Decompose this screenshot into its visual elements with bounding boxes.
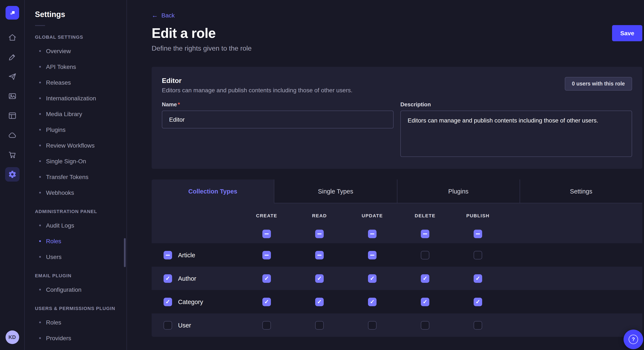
sidebar-section: ADMINISTRATION PANELAudit LogsRolesUsers: [25, 209, 126, 265]
user-read-checkbox[interactable]: [315, 321, 324, 329]
column-header-read: READ: [293, 213, 346, 218]
category-delete-checkbox[interactable]: [421, 298, 429, 306]
author-delete-checkbox[interactable]: [421, 274, 429, 283]
bullet-dot-icon: [39, 81, 41, 83]
user-update-checkbox[interactable]: [368, 321, 376, 329]
article-create-checkbox[interactable]: [262, 251, 271, 259]
sidebar-item-api-tokens[interactable]: API Tokens: [25, 59, 126, 74]
bullet-dot-icon: [39, 337, 41, 339]
author-create-checkbox[interactable]: [262, 274, 271, 283]
bullet-dot-icon: [39, 224, 41, 226]
sidebar-item-providers[interactable]: Providers: [25, 330, 126, 346]
category-publish-checkbox[interactable]: [474, 298, 482, 306]
select-all-update-checkbox[interactable]: [368, 230, 376, 238]
sidebar-item-label: Plugins: [46, 126, 66, 133]
home-icon[interactable]: [5, 30, 20, 45]
sidebar-section-label: USERS & PERMISSIONS PLUGIN: [25, 306, 126, 311]
sidebar-item-audit-logs[interactable]: Audit Logs: [25, 217, 126, 233]
sidebar-item-configuration[interactable]: Configuration: [25, 282, 126, 297]
tab-collection-types[interactable]: Collection Types: [152, 179, 274, 203]
permissions-table: CREATEREADUPDATEDELETEPUBLISH ArticleAut…: [152, 203, 642, 337]
sidebar-item-overview[interactable]: Overview: [25, 43, 126, 59]
save-button[interactable]: Save: [612, 25, 642, 41]
category-create-checkbox[interactable]: [262, 298, 271, 306]
media-library-icon[interactable]: [5, 89, 20, 103]
select-all-create-checkbox[interactable]: [262, 230, 271, 238]
bullet-dot-icon: [39, 240, 41, 242]
category-update-checkbox[interactable]: [368, 298, 376, 306]
permission-cell: [240, 274, 293, 283]
author-update-checkbox[interactable]: [368, 274, 376, 283]
sidebar-item-review-workflows[interactable]: Review Workflows: [25, 137, 126, 153]
app-layout: KD Settings GLOBAL SETTINGSOverviewAPI T…: [0, 0, 644, 350]
nav-rail: KD: [0, 0, 25, 350]
settings-sidebar: Settings GLOBAL SETTINGSOverviewAPI Toke…: [25, 0, 127, 350]
article-delete-checkbox[interactable]: [421, 251, 429, 259]
user-publish-checkbox[interactable]: [474, 321, 482, 329]
name-input[interactable]: [162, 111, 394, 128]
tab-plugins[interactable]: Plugins: [397, 179, 520, 203]
role-description-subheading: Editors can manage and publish contents …: [162, 87, 352, 94]
user-delete-checkbox[interactable]: [421, 321, 429, 329]
sidebar-section: EMAIL PLUGINConfiguration: [25, 273, 126, 297]
sidebar-item-label: Releases: [46, 79, 71, 86]
content-manager-icon[interactable]: [5, 108, 20, 123]
sidebar-item-media-library[interactable]: Media Library: [25, 106, 126, 122]
sidebar-item-label: API Tokens: [46, 63, 76, 70]
sidebar-item-webhooks[interactable]: Webhooks: [25, 184, 126, 200]
sidebar-item-single-sign-on[interactable]: Single Sign-On: [25, 153, 126, 169]
permission-cell: [399, 274, 452, 283]
sidebar-item-plugins[interactable]: Plugins: [25, 122, 126, 137]
sidebar-item-users[interactable]: Users: [25, 249, 126, 265]
sidebar-item-label: Roles: [46, 237, 61, 244]
article-read-checkbox[interactable]: [315, 251, 324, 259]
sidebar-item-roles[interactable]: Roles: [25, 314, 126, 330]
marketplace-icon[interactable]: [5, 148, 20, 162]
permission-cell: [346, 298, 399, 306]
deploy-icon[interactable]: [5, 69, 20, 84]
select-all-delete-checkbox[interactable]: [421, 230, 429, 238]
column-header-create: CREATE: [240, 213, 293, 218]
row-checkbox-category[interactable]: [164, 298, 172, 306]
row-checkbox-user[interactable]: [164, 321, 172, 329]
sidebar-item-label: Roles: [46, 319, 61, 326]
category-read-checkbox[interactable]: [315, 298, 324, 306]
row-checkbox-article[interactable]: [164, 251, 172, 259]
permissions-card: Collection TypesSingle TypesPluginsSetti…: [152, 179, 642, 337]
sidebar-section-label: EMAIL PLUGIN: [25, 273, 126, 278]
back-link[interactable]: ← Back: [152, 12, 175, 18]
sidebar-item-label: Single Sign-On: [46, 158, 86, 164]
author-publish-checkbox[interactable]: [474, 274, 482, 283]
content-type-builder-icon[interactable]: [5, 50, 20, 64]
bullet-dot-icon: [39, 50, 41, 52]
description-field: Description Editors can manage and publi…: [400, 101, 632, 159]
select-all-read-checkbox[interactable]: [315, 230, 324, 238]
permission-cell: [240, 321, 293, 329]
bullet-dot-icon: [39, 97, 41, 99]
user-create-checkbox[interactable]: [262, 321, 271, 329]
role-card-heading-block: Editor Editors can manage and publish co…: [162, 77, 352, 94]
sidebar-item-releases[interactable]: Releases: [25, 74, 126, 90]
help-button[interactable]: ?: [624, 330, 643, 349]
description-input[interactable]: Editors can manage and publish contents …: [400, 111, 632, 157]
strapi-logo[interactable]: [5, 6, 19, 19]
author-read-checkbox[interactable]: [315, 274, 324, 283]
back-arrow-icon: ←: [152, 12, 158, 18]
sidebar-item-internationalization[interactable]: Internationalization: [25, 90, 126, 106]
select-all-publish-checkbox[interactable]: [474, 230, 482, 238]
sidebar-item-roles[interactable]: Roles: [25, 233, 126, 249]
row-checkbox-author[interactable]: [164, 274, 172, 283]
tab-settings[interactable]: Settings: [520, 179, 642, 203]
article-publish-checkbox[interactable]: [474, 251, 482, 259]
user-avatar[interactable]: KD: [5, 331, 19, 344]
sidebar-item-transfer-tokens[interactable]: Transfer Tokens: [25, 169, 126, 184]
article-update-checkbox[interactable]: [368, 251, 376, 259]
settings-icon[interactable]: [5, 167, 20, 181]
sidebar-section-label: GLOBAL SETTINGS: [25, 34, 126, 39]
permission-cell: [452, 298, 504, 306]
cloud-icon[interactable]: [5, 128, 20, 143]
permissions-tabs: Collection TypesSingle TypesPluginsSetti…: [152, 179, 642, 203]
tab-single-types[interactable]: Single Types: [274, 179, 397, 203]
sidebar-scrollbar-thumb[interactable]: [124, 238, 126, 267]
permission-cell: [293, 274, 346, 283]
